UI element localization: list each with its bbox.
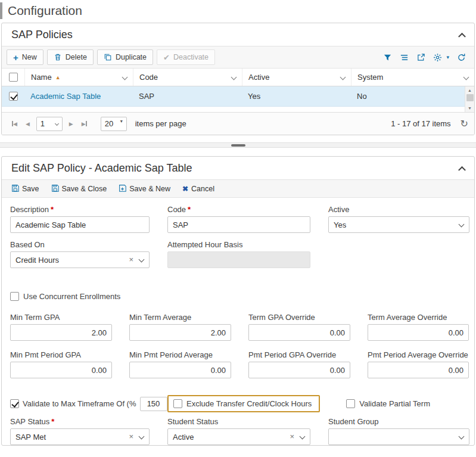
panel-splitter[interactable] (0, 142, 476, 148)
page-size-select[interactable]: 20 ▾ (101, 117, 127, 131)
min-pmt-period-average-input[interactable] (129, 362, 231, 378)
min-term-average-input[interactable] (129, 324, 231, 341)
cell-system: No (351, 86, 474, 106)
active-select-value[interactable] (328, 216, 469, 233)
grid-toolbar: + New Delete Duplicate ✔ Deactivate ▾ (2, 46, 474, 69)
save-button[interactable]: Save (5, 179, 45, 198)
clear-icon[interactable]: × (129, 432, 133, 441)
field-active: Active (328, 205, 469, 233)
deactivate-button[interactable]: ✔ Deactivate (157, 49, 215, 65)
student-group-select[interactable] (328, 428, 469, 445)
term-average-override-input[interactable] (368, 324, 469, 341)
column-menu-icon[interactable] (340, 74, 346, 80)
pager-first-button[interactable]: ◀ (8, 121, 21, 127)
field-code: Code * (167, 205, 310, 233)
pmt-period-gpa-override-input[interactable] (248, 362, 350, 378)
active-select[interactable] (328, 216, 469, 233)
items-per-page-label: items per page (135, 119, 186, 128)
column-header-name[interactable]: Name ▲ (24, 69, 133, 86)
save-new-icon (119, 184, 126, 194)
validate-partial-term-option[interactable]: Validate Partial Term (346, 399, 430, 408)
export-icon[interactable] (416, 53, 425, 62)
new-button[interactable]: + New (7, 49, 43, 65)
collapse-panel-icon[interactable] (458, 33, 466, 41)
filter-icon[interactable] (383, 53, 392, 62)
column-menu-icon[interactable] (463, 74, 469, 80)
splitter-handle[interactable] (231, 144, 245, 147)
clear-icon[interactable]: × (290, 432, 294, 441)
column-header-code[interactable]: Code (133, 69, 242, 86)
max-timeframe-input[interactable] (140, 397, 167, 411)
grid-body: Academic Sap Table SAP Yes No ▲ ▼ (2, 86, 474, 112)
scroll-up-icon[interactable]: ▲ (468, 86, 472, 94)
gear-caret-icon[interactable]: ▾ (446, 54, 449, 60)
attempted-hour-basis-input (167, 251, 310, 268)
field-min-pmt-period-average: Min Pmt Period Average (129, 350, 231, 378)
policy-name-link[interactable]: Academic Sap Table (30, 92, 101, 101)
edit-sap-policy-panel: Edit SAP Policy - Academic Sap Table Sav… (1, 156, 475, 446)
validate-max-timeframe-checkbox[interactable] (10, 399, 19, 408)
select-all-checkbox[interactable] (9, 73, 18, 82)
use-concurrent-enrollments-option[interactable]: Use Concurrent Enrollments (10, 292, 466, 301)
field-student-status: Student Status × (167, 417, 310, 445)
save-close-button[interactable]: Save & Close (45, 179, 113, 198)
exclude-transfer-option[interactable]: Exclude Transfer Credit/Clock Hours (167, 395, 320, 412)
table-row[interactable]: Academic Sap Table SAP Yes No (2, 86, 474, 107)
row-checkbox[interactable] (9, 92, 18, 101)
student-group-input[interactable] (328, 428, 469, 445)
save-new-button[interactable]: Save & New (113, 179, 176, 198)
page-number-select[interactable]: 1 (36, 117, 63, 131)
use-concurrent-enrollments-checkbox[interactable] (10, 292, 19, 301)
term-gpa-override-input[interactable] (248, 324, 350, 341)
select-all-cell (2, 69, 24, 86)
student-status-combobox[interactable]: × (167, 428, 310, 445)
save-icon (11, 184, 19, 194)
field-pmt-period-gpa-override: Pmt Period GPA Override (248, 350, 350, 378)
code-input[interactable] (167, 216, 310, 233)
column-header-system[interactable]: System (351, 69, 474, 86)
validate-max-timeframe-option[interactable]: Validate to Max Timeframe Of (% (10, 397, 167, 411)
field-term-average-override: Term Average Override (368, 313, 469, 341)
field-attempted-hour-basis: Attempted Hour Basis (167, 240, 310, 268)
pager-prev-button[interactable]: ◀ (21, 121, 34, 127)
edit-panel-header: Edit SAP Policy - Academic Sap Table (2, 157, 474, 179)
cancel-button[interactable]: ✖ Cancel (176, 179, 220, 198)
cell-active: Yes (242, 86, 351, 106)
pager-next-button[interactable]: ▶ (65, 121, 77, 127)
student-status-input[interactable] (167, 428, 310, 445)
partial-table-row (2, 107, 474, 112)
gear-icon[interactable] (433, 53, 442, 62)
column-menu-icon[interactable] (231, 74, 237, 80)
caret-down-icon: ▾ (120, 119, 123, 124)
scroll-down-icon[interactable]: ▼ (468, 104, 472, 112)
required-marker: * (188, 205, 191, 214)
description-input[interactable] (10, 216, 150, 233)
cancel-icon: ✖ (182, 185, 188, 192)
duplicate-button[interactable]: Duplicate (97, 49, 153, 65)
scrollbar-thumb[interactable] (466, 94, 474, 101)
sort-asc-icon: ▲ (55, 74, 61, 80)
min-pmt-period-gpa-input[interactable] (10, 362, 112, 378)
row-checkbox-cell (2, 86, 24, 106)
page-title: Configuration (8, 2, 82, 19)
min-term-gpa-input[interactable] (10, 324, 112, 341)
pmt-period-average-override-input[interactable] (368, 362, 469, 378)
column-list-icon[interactable] (400, 53, 409, 62)
column-header-active[interactable]: Active (242, 69, 351, 86)
clear-icon[interactable]: × (129, 255, 133, 264)
field-based-on: Based On × (10, 240, 150, 268)
collapse-panel-icon[interactable] (458, 166, 466, 174)
sap-status-combobox[interactable]: × (10, 428, 150, 445)
refresh-icon[interactable] (457, 53, 466, 62)
required-marker: * (51, 417, 54, 426)
plus-icon: + (13, 53, 18, 62)
validate-partial-term-checkbox[interactable] (346, 399, 355, 408)
based-on-combobox[interactable]: × (10, 251, 150, 268)
vertical-scrollbar[interactable]: ▲ ▼ (465, 86, 474, 112)
pager-refresh-icon[interactable]: ↻ (461, 118, 468, 129)
column-menu-icon[interactable] (122, 74, 128, 80)
delete-button[interactable]: Delete (47, 49, 94, 65)
grid-header-row: Name ▲ Code Active System (2, 69, 474, 86)
pager-last-button[interactable]: ▶ (77, 121, 91, 127)
exclude-transfer-checkbox[interactable] (173, 399, 182, 408)
